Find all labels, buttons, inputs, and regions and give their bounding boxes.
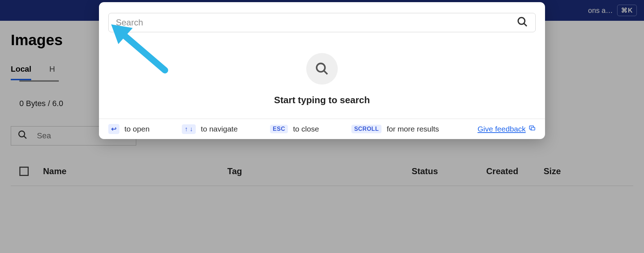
hint-open-label: to open: [124, 125, 150, 133]
scroll-key-icon: SCROLL: [351, 125, 382, 133]
search-modal: Start typing to search ↩ to open ↑ ↓ to …: [99, 2, 545, 139]
empty-state-text: Start typing to search: [274, 95, 370, 106]
esc-key-icon: ESC: [270, 125, 288, 133]
svg-point-6: [317, 63, 325, 72]
hint-close-label: to close: [293, 125, 319, 133]
hint-navigate: ↑ ↓ to navigate: [182, 124, 238, 134]
hint-close: ESC to close: [270, 125, 319, 133]
modal-footer: ↩ to open ↑ ↓ to navigate ESC to close S…: [99, 119, 545, 139]
empty-search-icon: [306, 53, 338, 85]
modal-search-input[interactable]: [116, 18, 517, 28]
enter-key-icon: ↩: [108, 124, 119, 134]
modal-search-field[interactable]: [108, 13, 536, 32]
give-feedback-label: Give feedback: [478, 125, 526, 133]
hint-scroll: SCROLL for more results: [351, 125, 439, 133]
give-feedback-link[interactable]: Give feedback: [478, 125, 536, 134]
feedback-icon: [529, 125, 536, 134]
arrow-keys-icon: ↑ ↓: [182, 124, 196, 134]
svg-line-7: [324, 71, 327, 74]
svg-line-3: [524, 24, 527, 26]
hint-scroll-label: for more results: [387, 125, 439, 133]
modal-overlay[interactable]: Start typing to search ↩ to open ↑ ↓ to …: [0, 0, 644, 253]
hint-navigate-label: to navigate: [201, 125, 238, 133]
svg-point-2: [518, 18, 525, 24]
modal-search-row: [99, 2, 545, 35]
hint-open: ↩ to open: [108, 124, 150, 134]
svg-rect-9: [531, 127, 535, 130]
search-icon: [517, 16, 528, 29]
modal-body: Start typing to search: [99, 35, 545, 119]
